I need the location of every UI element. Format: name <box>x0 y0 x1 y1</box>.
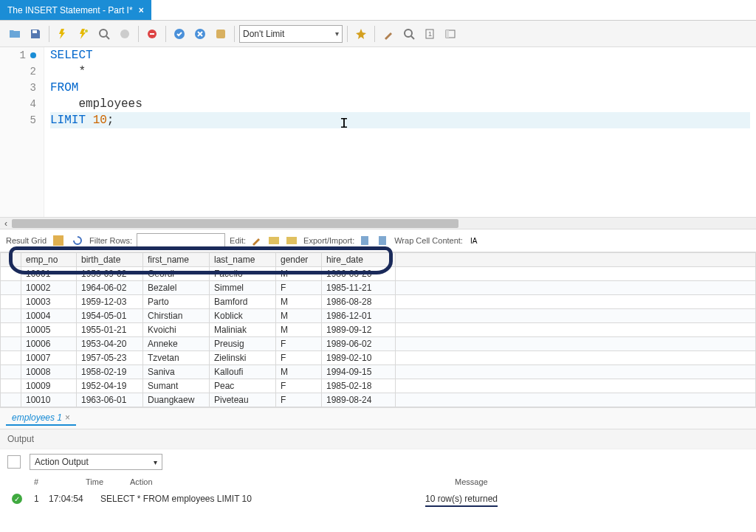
search-icon[interactable] <box>400 25 418 43</box>
row-selector[interactable] <box>1 323 21 337</box>
cell[interactable]: Koblick <box>210 309 276 323</box>
cell[interactable]: 1953-09-02 <box>77 267 143 281</box>
limit-rows-select[interactable]: Don't Limit <box>239 25 343 43</box>
grid-icon[interactable] <box>51 233 66 248</box>
row-selector[interactable] <box>1 379 21 393</box>
cell[interactable]: 1957-05-23 <box>77 351 143 365</box>
cell[interactable]: Maliniak <box>210 323 276 337</box>
cell[interactable]: Geordi <box>143 267 210 281</box>
cell[interactable]: 1964-06-02 <box>77 281 143 295</box>
save-file-icon[interactable] <box>27 25 44 43</box>
cell[interactable]: 1989-06-02 <box>322 337 396 351</box>
row-selector[interactable] <box>1 393 21 407</box>
row-selector[interactable] <box>1 267 21 281</box>
toggle-panel-icon[interactable] <box>441 25 459 43</box>
cell[interactable]: 10007 <box>21 351 77 365</box>
cell[interactable]: M <box>276 309 322 323</box>
result-tab[interactable]: employees 1 × <box>6 411 76 426</box>
cell[interactable]: Kvoichi <box>143 323 210 337</box>
stop-icon[interactable] <box>116 25 134 43</box>
table-row[interactable]: 100041954-05-01ChirstianKoblickM1986-12-… <box>1 309 756 323</box>
cell[interactable]: 1959-12-03 <box>77 295 143 309</box>
file-tab[interactable]: The INSERT Statement - Part I* × <box>0 0 151 20</box>
export-icon[interactable] <box>357 233 372 248</box>
col-first-name[interactable]: first_name <box>143 253 210 267</box>
cell[interactable]: 10010 <box>21 393 77 407</box>
cancel-icon[interactable] <box>143 25 161 43</box>
row-selector[interactable] <box>1 295 21 309</box>
execute-icon[interactable] <box>54 25 72 43</box>
open-file-icon[interactable] <box>6 25 24 43</box>
commit-icon[interactable] <box>171 25 188 43</box>
beautify-icon[interactable] <box>352 25 370 43</box>
cell[interactable]: 10009 <box>21 379 77 393</box>
cell[interactable]: Tzvetan <box>143 351 210 365</box>
table-row[interactable]: 100031959-12-03PartoBamfordM1986-08-28 <box>1 295 756 309</box>
row-selector[interactable] <box>1 365 21 379</box>
row-selector[interactable] <box>1 337 21 351</box>
sql-editor[interactable]: 1 2 3 4 5 SELECT * FROM employees LIMIT … <box>0 47 756 217</box>
cell[interactable]: Kalloufi <box>210 365 276 379</box>
row-selector[interactable] <box>1 351 21 365</box>
cell[interactable]: M <box>276 267 322 281</box>
output-row[interactable]: ✓ 1 17:04:54 SELECT * FROM employees LIM… <box>0 489 756 508</box>
col-emp-no[interactable]: emp_no <box>21 253 77 267</box>
cell[interactable]: 1986-06-26 <box>322 267 396 281</box>
cell[interactable]: 10006 <box>21 337 77 351</box>
cell[interactable]: 10004 <box>21 309 77 323</box>
row-selector[interactable] <box>1 281 21 295</box>
row-selector[interactable] <box>1 309 21 323</box>
cell[interactable]: F <box>276 351 322 365</box>
cell[interactable]: Bamford <box>210 295 276 309</box>
table-row[interactable]: 100061953-04-20AnnekePreusigF1989-06-02 <box>1 337 756 351</box>
cell[interactable]: 1963-06-01 <box>77 393 143 407</box>
editor-scrollbar[interactable]: ‹ <box>0 217 756 229</box>
rollback-icon[interactable] <box>191 25 209 43</box>
cell[interactable]: 1953-04-20 <box>77 337 143 351</box>
cell[interactable]: Chirstian <box>143 309 210 323</box>
refresh-icon[interactable] <box>70 233 85 248</box>
cell[interactable]: F <box>276 393 322 407</box>
cell[interactable]: F <box>276 379 322 393</box>
table-row[interactable]: 100021964-06-02BezalelSimmelF1985-11-21 <box>1 281 756 295</box>
col-hire-date[interactable]: hire_date <box>322 253 396 267</box>
cell[interactable]: M <box>276 295 322 309</box>
cell[interactable]: 10005 <box>21 323 77 337</box>
cell[interactable]: 1986-12-01 <box>322 309 396 323</box>
cell[interactable]: 1994-09-15 <box>322 365 396 379</box>
cell[interactable]: Facello <box>210 267 276 281</box>
autocommit-icon[interactable] <box>212 25 230 43</box>
scroll-thumb[interactable] <box>12 219 458 228</box>
cell[interactable]: M <box>276 323 322 337</box>
cell[interactable]: Sumant <box>143 379 210 393</box>
cell[interactable]: 1985-02-18 <box>322 379 396 393</box>
cell[interactable]: Parto <box>143 295 210 309</box>
cell[interactable]: 1952-04-19 <box>77 379 143 393</box>
col-birth-date[interactable]: birth_date <box>77 253 143 267</box>
cell[interactable]: 1989-08-24 <box>322 393 396 407</box>
table-row[interactable]: 100081958-02-19SanivaKalloufiM1994-09-15 <box>1 365 756 379</box>
explain-icon[interactable] <box>95 25 113 43</box>
table-row[interactable]: 100091952-04-19SumantPeacF1985-02-18 <box>1 379 756 393</box>
close-icon[interactable]: × <box>65 412 70 423</box>
cell[interactable]: Peac <box>210 379 276 393</box>
cell[interactable]: F <box>276 281 322 295</box>
table-row[interactable]: 100101963-06-01DuangkaewPiveteauF1989-08… <box>1 393 756 407</box>
table-row[interactable]: 100011953-09-02GeordiFacelloM1986-06-26 <box>1 267 756 281</box>
cell[interactable]: 1989-09-12 <box>322 323 396 337</box>
cell[interactable]: Saniva <box>143 365 210 379</box>
wrap-icon[interactable]: IA <box>467 233 482 248</box>
cell[interactable]: 10002 <box>21 281 77 295</box>
execute-current-icon[interactable] <box>75 25 92 43</box>
filter-input[interactable] <box>137 233 225 248</box>
cell[interactable]: 1986-08-28 <box>322 295 396 309</box>
cell[interactable]: Bezalel <box>143 281 210 295</box>
cell[interactable]: F <box>276 337 322 351</box>
cell[interactable]: 10001 <box>21 267 77 281</box>
cell[interactable]: 1985-11-21 <box>322 281 396 295</box>
scroll-left-icon[interactable]: ‹ <box>0 218 12 229</box>
import-icon[interactable] <box>375 233 390 248</box>
close-icon[interactable]: × <box>139 5 144 15</box>
cell[interactable]: Anneke <box>143 337 210 351</box>
cell[interactable]: 1989-02-10 <box>322 351 396 365</box>
